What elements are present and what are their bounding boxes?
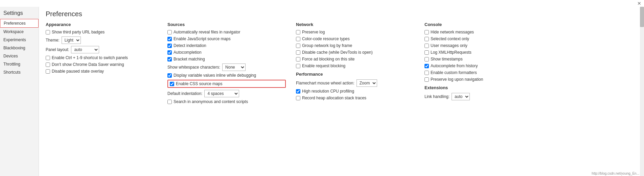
sidebar-item-shortcuts[interactable]: Shortcuts [0, 68, 39, 76]
network-column: Network Preserve log Color-code resource… [296, 22, 424, 173]
source-auto-reveal-text: Automatically reveal files in navigator [174, 30, 240, 34]
user-messages-row: User messages only [424, 43, 633, 48]
autocomplete-history-checkbox[interactable] [424, 64, 429, 68]
enable-css-maps-text: Enable CSS source maps [176, 81, 222, 86]
enable-request-blocking-checkbox[interactable] [296, 64, 300, 68]
sidebar-item-devices[interactable]: Devices [0, 52, 39, 60]
enable-css-maps-checkbox[interactable] [170, 82, 174, 86]
preserve-log-nav-checkbox[interactable] [424, 77, 429, 82]
preserve-log-nav-text: Preserve log upon navigation [431, 77, 483, 82]
custom-formatters-checkbox[interactable] [424, 71, 429, 75]
enable-css-maps-row: Enable CSS source maps [167, 80, 286, 88]
display-variable-checkbox[interactable] [167, 73, 172, 78]
sidebar-item-throttling[interactable]: Throttling [0, 60, 39, 68]
search-anon-checkbox[interactable] [167, 100, 172, 104]
preserve-log-row: Preserve log [296, 30, 414, 34]
theme-row: Theme: Light Dark [46, 36, 157, 44]
sidebar-item-experiments[interactable]: Experiments [0, 36, 39, 44]
color-code-checkbox[interactable] [296, 37, 300, 41]
content-area: Preferences Appearance Show third party … [39, 7, 640, 176]
show-url-badges-checkbox[interactable] [46, 30, 50, 34]
no-data-saver-checkbox[interactable] [46, 62, 50, 67]
preserve-log-checkbox[interactable] [296, 30, 300, 34]
record-heap-text: Record heap allocation stack traces [302, 96, 366, 100]
ctrl-shortcut-text: Enable Ctrl + 1-9 shortcut to switch pan… [52, 55, 128, 60]
source-js-maps-checkbox[interactable] [167, 37, 172, 41]
preserve-log-text: Preserve log [302, 30, 325, 34]
scrollbar[interactable] [640, 7, 644, 176]
record-heap-checkbox[interactable] [296, 96, 300, 100]
sidebar-item-workspace[interactable]: Workspace [0, 28, 39, 36]
ctrl-shortcut-row: Enable Ctrl + 1-9 shortcut to switch pan… [46, 55, 157, 60]
user-messages-text: User messages only [431, 43, 467, 48]
group-network-checkbox[interactable] [296, 44, 300, 48]
show-timestamps-checkbox[interactable] [424, 57, 429, 61]
selected-context-checkbox[interactable] [424, 37, 429, 41]
sources-section-title: Sources [167, 22, 286, 27]
theme-label: Theme: [46, 38, 60, 43]
log-xhr-text: Log XMLHttpRequests [431, 50, 472, 55]
extensions-section-title: Extensions [424, 85, 633, 90]
show-timestamps-text: Show timestamps [431, 57, 463, 61]
flamechart-row: Flamechart mouse wheel action: Zoom Scro… [296, 79, 414, 87]
show-url-badges-label[interactable]: Show third party URL badges [46, 30, 105, 34]
panel-layout-select[interactable]: auto vertical horizontal [71, 46, 99, 53]
link-handling-row: Link handling: auto [424, 93, 633, 100]
enable-request-blocking-row: Enable request blocking [296, 64, 414, 68]
close-button[interactable]: ✕ [637, 1, 641, 6]
high-res-checkbox[interactable] [296, 89, 300, 94]
selected-context-row: Selected context only [424, 36, 633, 41]
source-bracket-checkbox[interactable] [167, 57, 172, 61]
link-handling-select[interactable]: auto [452, 93, 470, 100]
flamechart-label: Flamechart mouse wheel action: [296, 81, 354, 85]
network-section-title: Network [296, 22, 414, 27]
show-url-badges-text: Show third party URL badges [52, 30, 105, 34]
whitespace-label: Show whitespace characters: [167, 65, 220, 70]
no-data-saver-label[interactable]: Don't show Chrome Data Saver warning [46, 62, 124, 67]
whitespace-select[interactable]: None All Trailing [222, 64, 246, 71]
show-url-badges-row: Show third party URL badges [46, 30, 157, 34]
log-xhr-checkbox[interactable] [424, 50, 429, 55]
sidebar: Settings Preferences Workspace Experimen… [0, 7, 39, 176]
disable-paused-row: Disable paused state overlay [46, 69, 157, 74]
disable-paused-checkbox[interactable] [46, 69, 50, 74]
selected-context-text: Selected context only [431, 36, 469, 41]
source-bracket-text: Bracket matching [174, 57, 205, 61]
default-indent-row: Default indentation: 2 spaces 4 spaces 8… [167, 90, 286, 97]
source-autocomplete-checkbox[interactable] [167, 50, 172, 55]
link-handling-label: Link handling: [424, 94, 450, 99]
disable-cache-text: Disable cache (while DevTools is open) [302, 50, 373, 55]
source-autocomplete-row: Autocompletion [167, 50, 286, 55]
color-code-row: Color-code resource types [296, 36, 414, 41]
hide-network-row: Hide network messages [424, 30, 633, 34]
disable-paused-label[interactable]: Disable paused state overlay [46, 69, 104, 74]
force-ad-blocking-row: Force ad blocking on this site [296, 57, 414, 61]
default-indent-select[interactable]: 2 spaces 4 spaces 8 spaces Tab character [204, 90, 239, 97]
disable-cache-checkbox[interactable] [296, 50, 300, 55]
appearance-column: Appearance Show third party URL badges T… [46, 22, 167, 173]
sidebar-item-blackboxing[interactable]: Blackboxing [0, 44, 39, 52]
main-container: Settings Preferences Workspace Experimen… [0, 7, 644, 176]
preserve-log-nav-row: Preserve log upon navigation [424, 77, 633, 82]
source-auto-reveal-checkbox[interactable] [167, 30, 172, 34]
theme-select[interactable]: Light Dark [62, 36, 81, 44]
source-bracket-row: Bracket matching [167, 57, 286, 61]
autocomplete-history-text: Autocomplete from history [431, 64, 478, 68]
group-network-row: Group network log by frame [296, 43, 414, 48]
disable-paused-text: Disable paused state overlay [52, 69, 104, 74]
sidebar-item-preferences[interactable]: Preferences [0, 19, 39, 28]
scrollbar-thumb[interactable] [640, 7, 644, 27]
source-detect-indent-checkbox[interactable] [167, 44, 172, 48]
group-network-text: Group network log by frame [302, 43, 352, 48]
hide-network-checkbox[interactable] [424, 30, 429, 34]
ctrl-shortcut-checkbox[interactable] [46, 56, 50, 60]
console-section-title: Console [424, 22, 633, 27]
flamechart-select[interactable]: Zoom Scroll [356, 79, 377, 87]
performance-section-title: Performance [296, 72, 414, 77]
force-ad-blocking-checkbox[interactable] [296, 57, 300, 61]
ctrl-shortcut-label[interactable]: Enable Ctrl + 1-9 shortcut to switch pan… [46, 55, 128, 60]
appearance-section-title: Appearance [46, 22, 157, 27]
user-messages-checkbox[interactable] [424, 44, 429, 48]
autocomplete-history-row: Autocomplete from history [424, 64, 633, 68]
console-column: Console Hide network messages Selected c… [424, 22, 633, 173]
